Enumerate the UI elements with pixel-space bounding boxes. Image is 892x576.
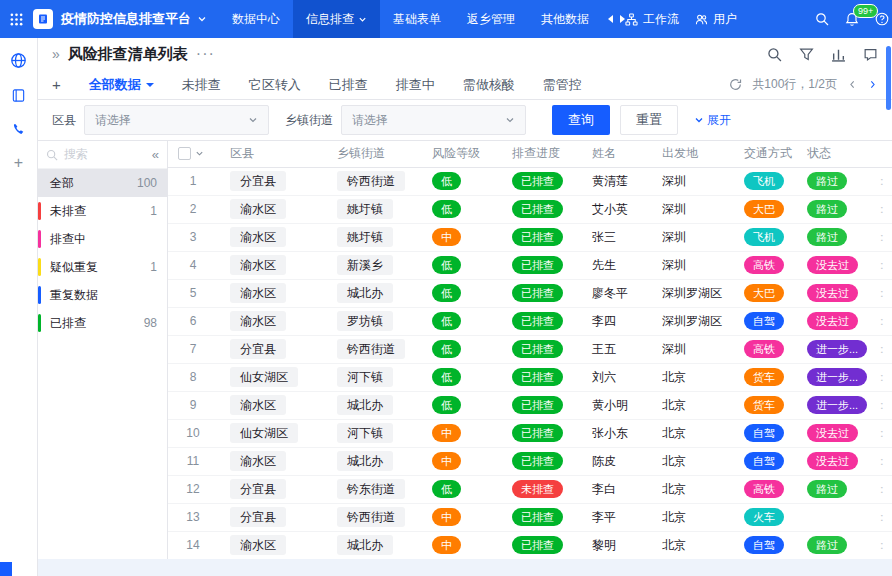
collapse-panel-icon[interactable]: «	[152, 147, 159, 162]
topbar-nav-item[interactable]: 基础表单	[380, 0, 454, 38]
status-tag: 没去过	[807, 452, 858, 470]
expand-filters-link[interactable]: 展开	[694, 112, 731, 129]
table-row[interactable]: 2 渝水区 姚圩镇 低 已排查 艾小英 深圳 大巴 路过 ：	[168, 195, 892, 223]
table-row[interactable]: 14 渝水区 城北办 中 已排查 黎明 北京 自驾 路过 ：	[168, 531, 892, 559]
row-index: 14	[186, 538, 199, 552]
person-name: 张小东	[592, 426, 628, 440]
table-row[interactable]: 13 分宜县 钤西街道 中 已排查 李平 北京 火车 ：	[168, 503, 892, 531]
origin-text: 北京	[662, 426, 686, 440]
person-name: 黄小明	[592, 398, 628, 412]
table-row[interactable]: 6 渝水区 罗坊镇 低 已排查 李四 深圳罗湖区 自驾 没去过 ：	[168, 307, 892, 335]
vertical-scrollbar-thumb[interactable]	[886, 46, 891, 110]
transport-tag: 高铁	[744, 480, 784, 498]
notifications-button[interactable]: 99+	[845, 12, 859, 26]
view-tab[interactable]: 需做核酸	[449, 70, 529, 99]
row-index: 13	[186, 510, 199, 524]
apps-grid-icon[interactable]	[10, 13, 23, 26]
origin-text: 深圳罗湖区	[662, 286, 722, 300]
add-icon[interactable]: +	[14, 156, 23, 170]
users-menu[interactable]: 用户	[695, 11, 737, 28]
table-row[interactable]: 10 仙女湖区 河下镇 中 已排查 张小东 北京 自驾 没去过 ：	[168, 419, 892, 447]
side-filter-item[interactable]: 全部 100	[38, 169, 167, 197]
table-row[interactable]: 12 分宜县 钤东街道 低 未排查 李白 北京 高铁 路过 ：	[168, 475, 892, 503]
side-filter-item[interactable]: 已排查 98	[38, 309, 167, 337]
side-search-input[interactable]: 搜索	[64, 146, 146, 163]
side-filter-item[interactable]: 未排查 1	[38, 197, 167, 225]
phone-icon[interactable]	[11, 122, 26, 137]
view-tab[interactable]: 全部数据	[75, 70, 168, 99]
side-filter-item[interactable]: 排查中	[38, 225, 167, 253]
side-filter-list: 全部 100 未排查 1 排查中 疑似重复	[38, 169, 167, 337]
next-page-icon[interactable]	[867, 79, 878, 90]
table-header-row: 区县 乡镇街道 风险等级 排查进度 姓名 出发地 交通方式 状态	[168, 141, 892, 167]
topbar-nav-item[interactable]: 其他数据	[528, 0, 602, 38]
table-row[interactable]: 8 仙女湖区 河下镇 低 已排查 刘六 北京 货车 进一步... ：	[168, 363, 892, 391]
col-header-origin: 出发地	[650, 141, 732, 167]
tab-label: 排查中	[396, 76, 435, 94]
clipped-cell-text: ：	[876, 370, 888, 384]
district-chip: 分宜县	[230, 479, 286, 499]
transport-tag: 高铁	[744, 340, 784, 358]
progress-tag: 已排查	[512, 312, 563, 330]
side-filter-item[interactable]: 疑似重复 1	[38, 253, 167, 281]
reset-button[interactable]: 重置	[620, 105, 678, 135]
transport-tag: 大巴	[744, 200, 784, 218]
workflow-menu[interactable]: 工作流	[625, 11, 679, 28]
query-button[interactable]: 查询	[552, 105, 610, 135]
origin-text: 深圳	[662, 202, 686, 216]
origin-text: 北京	[662, 370, 686, 384]
side-filter-item[interactable]: 重复数据	[38, 281, 167, 309]
globe-icon[interactable]	[10, 52, 27, 69]
table-row[interactable]: 7 分宜县 钤西街道 低 已排查 王五 深圳 高铁 进一步... ：	[168, 335, 892, 363]
color-bar	[38, 202, 41, 220]
transport-tag: 飞机	[744, 172, 784, 190]
view-tab[interactable]: 需管控	[529, 70, 596, 99]
table-row[interactable]: 3 渝水区 姚圩镇 中 已排查 张三 深圳 飞机 路过 ：	[168, 223, 892, 251]
table-row[interactable]: 11 渝水区 城北办 中 已排查 陈皮 北京 自驾 没去过 ：	[168, 447, 892, 475]
app-root: 疫情防控信息排查平台 数据中心 信息排查 基础表单 返乡管理	[0, 0, 892, 576]
status-tag: 路过	[807, 172, 847, 190]
side-filter-label: 排查中	[50, 231, 86, 248]
view-tab[interactable]: 已排查	[315, 70, 382, 99]
col-header-name: 姓名	[580, 141, 650, 167]
topbar-nav-item[interactable]: 返乡管理	[454, 0, 528, 38]
book-icon[interactable]	[11, 88, 26, 103]
nav-scroll-left-icon[interactable]	[608, 15, 613, 23]
street-chip: 钤东街道	[337, 479, 405, 499]
district-select[interactable]: 请选择	[84, 105, 269, 135]
street-chip: 钤西街道	[337, 171, 405, 191]
table-row[interactable]: 5 渝水区 城北办 低 已排查 廖冬平 深圳罗湖区 大巴 没去过 ：	[168, 279, 892, 307]
app-title-caret-icon[interactable]	[197, 14, 207, 24]
table-row[interactable]: 4 渝水区 新溪乡 低 已排查 先生 深圳 高铁 没去过 ：	[168, 251, 892, 279]
add-view-button[interactable]: +	[52, 76, 61, 93]
more-actions-icon[interactable]: ···	[196, 45, 215, 63]
topbar-nav-item[interactable]: 信息排查	[293, 0, 380, 38]
chart-icon[interactable]	[831, 47, 846, 62]
topbar-nav-item[interactable]: 数据中心	[219, 0, 293, 38]
street-chip: 城北办	[337, 451, 393, 471]
search-icon[interactable]	[815, 12, 829, 26]
table-row[interactable]: 1 分宜县 钤西街道 低 已排查 黄清莲 深圳 飞机 路过 ：	[168, 167, 892, 195]
refresh-icon[interactable]	[729, 78, 742, 91]
transport-tag: 货车	[744, 368, 784, 386]
clipped-cell-text: ：	[876, 538, 888, 552]
view-tab[interactable]: 它区转入	[235, 70, 315, 99]
view-tab[interactable]: 未排查	[168, 70, 235, 99]
table-search-icon[interactable]	[767, 47, 782, 62]
view-tab[interactable]: 排查中	[382, 70, 449, 99]
comment-icon[interactable]	[863, 47, 878, 62]
street-select[interactable]: 请选择	[341, 105, 526, 135]
street-chip: 姚圩镇	[337, 227, 393, 247]
prev-page-icon[interactable]	[847, 79, 858, 90]
clipped-cell-text: ：	[876, 202, 888, 216]
chevron-down-icon	[358, 15, 367, 24]
status-tag: 路过	[807, 228, 847, 246]
select-all-checkbox[interactable]	[178, 147, 191, 160]
table-row[interactable]: 9 渝水区 城北办 低 已排查 黄小明 北京 货车 进一步... ：	[168, 391, 892, 419]
app-title[interactable]: 疫情防控信息排查平台	[61, 10, 191, 28]
filter-icon[interactable]	[799, 47, 814, 62]
row-index: 6	[190, 314, 197, 328]
risk-tag: 低	[432, 172, 461, 190]
transport-tag: 火车	[744, 508, 784, 526]
district-chip: 分宜县	[230, 339, 286, 359]
